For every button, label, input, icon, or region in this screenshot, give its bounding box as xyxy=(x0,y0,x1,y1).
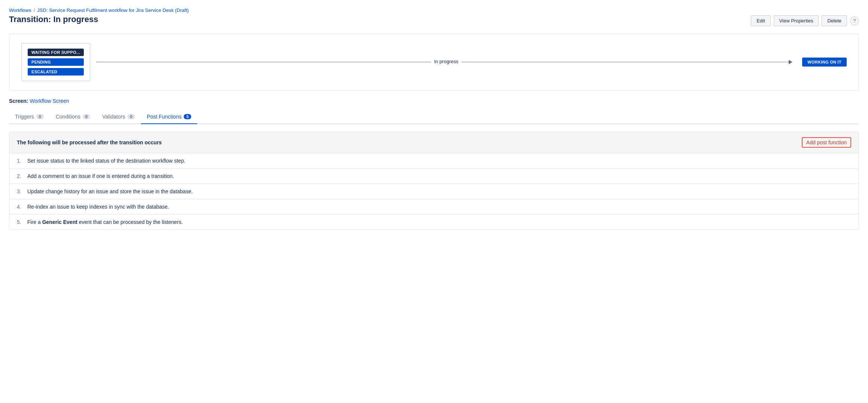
list-item: 5. Fire a Generic Event event that can b… xyxy=(9,215,859,230)
workflows-breadcrumb-link[interactable]: Workflows xyxy=(9,7,31,13)
state-waiting: WAITING FOR SUPPO... xyxy=(28,49,84,56)
tab-post-functions-label: Post Functions xyxy=(147,114,182,120)
view-properties-button[interactable]: View Properties xyxy=(774,15,819,26)
header-actions: Edit View Properties Delete ? xyxy=(751,15,859,26)
tab-conditions[interactable]: Conditions 0 xyxy=(50,110,96,124)
breadcrumb-separator: / xyxy=(34,7,35,13)
delete-button[interactable]: Delete xyxy=(822,15,847,26)
diagram-inner: WAITING FOR SUPPO... PENDING ESCALATED I… xyxy=(21,43,847,81)
transition-label: In progress xyxy=(431,59,461,64)
add-post-function-button[interactable]: Add post function xyxy=(802,137,851,148)
list-item: 4. Re-index an issue to keep indexes in … xyxy=(9,199,859,215)
pf-item-num-1: 1. xyxy=(17,158,24,164)
pf-item-num-3: 3. xyxy=(17,188,24,194)
pf-item-text-2: Add a comment to an issue if one is ente… xyxy=(27,173,174,179)
diagram-box: WAITING FOR SUPPO... PENDING ESCALATED I… xyxy=(9,34,859,90)
edit-button[interactable]: Edit xyxy=(751,15,770,26)
tab-triggers[interactable]: Triggers 0 xyxy=(9,110,50,124)
tab-post-functions-count: 5 xyxy=(184,114,191,119)
screen-label: Screen: xyxy=(9,98,28,104)
workflow-breadcrumb-link[interactable]: JSD: Service Request Fulfilment workflow… xyxy=(37,7,189,13)
page-title: Transition: In progress xyxy=(9,15,98,24)
list-item: 2. Add a comment to an issue if one is e… xyxy=(9,169,859,184)
tabs-row: Triggers 0 Conditions 0 Validators 0 Pos… xyxy=(9,110,859,124)
tab-validators-label: Validators xyxy=(102,114,125,120)
pf-item-num-2: 2. xyxy=(17,173,24,179)
list-item: 3. Update change history for an issue an… xyxy=(9,184,859,199)
pf-item-num-5: 5. xyxy=(17,219,24,225)
tab-validators[interactable]: Validators 0 xyxy=(96,110,141,124)
post-functions-section: The following will be processed after th… xyxy=(9,132,859,230)
pf-item-text-5: Fire a Generic Event event that can be p… xyxy=(27,219,183,225)
arrow-head-icon xyxy=(789,60,792,64)
tab-conditions-label: Conditions xyxy=(56,114,80,120)
pf-item-num-4: 4. xyxy=(17,204,24,210)
help-icon[interactable]: ? xyxy=(850,16,859,25)
tab-triggers-count: 0 xyxy=(36,114,44,119)
state-pending: PENDING xyxy=(28,58,84,66)
pf-item-text-4: Re-index an issue to keep indexes in syn… xyxy=(27,204,169,210)
pf-item-text-3: Update change history for an issue and s… xyxy=(27,188,193,194)
tab-post-functions[interactable]: Post Functions 5 xyxy=(141,110,198,124)
dest-state: WORKING ON IT xyxy=(802,58,847,67)
list-item: 1. Set issue status to the linked status… xyxy=(9,153,859,169)
post-functions-header: The following will be processed after th… xyxy=(9,132,859,153)
tab-conditions-count: 0 xyxy=(83,114,90,119)
tab-triggers-label: Triggers xyxy=(15,114,34,120)
header-row: Transition: In progress Edit View Proper… xyxy=(9,15,859,26)
tab-validators-count: 0 xyxy=(127,114,135,119)
pf-item-text-1: Set issue status to the linked status of… xyxy=(27,158,186,164)
state-escalated: ESCALATED xyxy=(28,68,84,76)
post-functions-header-title: The following will be processed after th… xyxy=(17,139,162,145)
breadcrumb: Workflows / JSD: Service Request Fulfilm… xyxy=(9,7,859,13)
post-functions-list: 1. Set issue status to the linked status… xyxy=(9,153,859,230)
source-box: WAITING FOR SUPPO... PENDING ESCALATED xyxy=(21,43,90,81)
workflow-screen-link[interactable]: Workflow Screen xyxy=(30,98,69,104)
screen-line: Screen: Workflow Screen xyxy=(9,98,859,104)
